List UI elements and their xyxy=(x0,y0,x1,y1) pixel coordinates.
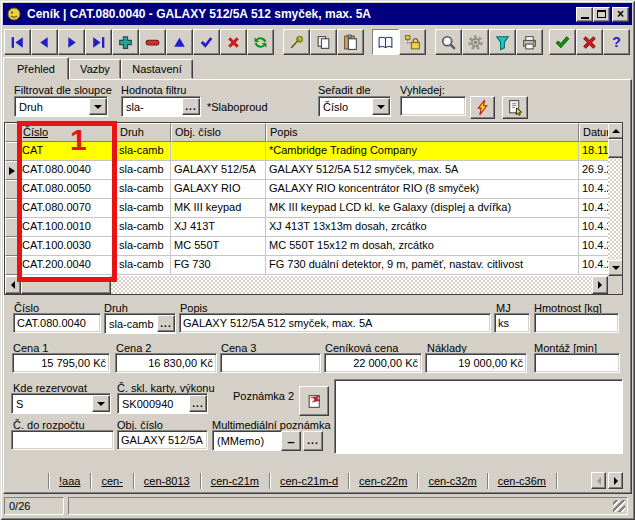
table-row[interactable]: CAT.080.0040sla-cambGALAXY 512/5AGALAXY … xyxy=(5,161,622,180)
links-scroll-left-button[interactable] xyxy=(591,472,606,489)
table-row[interactable]: CAT.080.0050sla-cambGALAXY RIOGALAXY RIO… xyxy=(5,180,622,199)
druh-ellipsis-button[interactable]: ... xyxy=(157,315,175,332)
pricelist-link[interactable]: cen-c36m xyxy=(488,473,556,489)
poznamka2-button[interactable] xyxy=(299,386,329,416)
sort-select[interactable]: Číslo xyxy=(318,96,391,117)
scroll-down-button[interactable] xyxy=(608,260,623,276)
kde-rezervovat-dropdown-button[interactable] xyxy=(92,395,110,412)
tab-prehled[interactable]: Přehled xyxy=(3,57,69,80)
row-selector[interactable] xyxy=(5,180,19,199)
last-record-button[interactable] xyxy=(85,29,112,55)
mj-field[interactable] xyxy=(494,313,530,333)
pricelist-link[interactable]: cen-8013 xyxy=(134,473,200,489)
cell-cislo[interactable]: CAT xyxy=(19,142,116,161)
vertical-scroll-thumb[interactable] xyxy=(608,139,623,158)
next-record-button[interactable] xyxy=(58,29,85,55)
naklady-field[interactable] xyxy=(425,353,527,373)
mm-poznamka-ellipsis-button[interactable]: ... xyxy=(303,431,323,451)
column-header-popis[interactable]: Popis xyxy=(266,123,579,142)
first-record-button[interactable] xyxy=(4,29,31,55)
row-selector[interactable] xyxy=(5,218,19,237)
cell-popis[interactable]: *Cambridge Trading Company xyxy=(266,142,579,161)
cell-datum[interactable]: 18.11.2 xyxy=(579,142,608,161)
rozpocet-field[interactable] xyxy=(11,430,114,450)
table-row[interactable]: CAT.100.0030sla-cambMC 550TMC 550T 15x12… xyxy=(5,237,622,256)
row-selector[interactable] xyxy=(5,256,19,275)
horizontal-scroll-thumb[interactable] xyxy=(21,276,111,294)
cell-popis[interactable]: FG 730 duální detektor, 9 m, paměť, nast… xyxy=(266,256,579,275)
cell-popis[interactable]: GALAXY RIO koncentrátor RIO (8 smyček) xyxy=(266,180,579,199)
sort-dropdown-button[interactable] xyxy=(372,98,390,115)
cancel-record-button[interactable] xyxy=(220,29,247,55)
refresh-button[interactable] xyxy=(247,29,274,55)
cell-druh[interactable]: sla-camb xyxy=(116,180,171,199)
paste-button[interactable] xyxy=(337,29,364,55)
column-header-cislo[interactable]: Číslo xyxy=(19,123,116,142)
horizontal-scrollbar[interactable] xyxy=(5,276,608,294)
pricelist-link[interactable]: cen-c22m xyxy=(349,473,417,489)
cena2-field[interactable] xyxy=(115,353,217,373)
scroll-up-button[interactable] xyxy=(608,123,623,139)
cell-datum[interactable]: 10.4.20 xyxy=(579,237,608,256)
pin-button[interactable] xyxy=(283,29,310,55)
cell-popis[interactable]: MC 550T 15x12 m dosah, zrcátko xyxy=(266,237,579,256)
cancel-button[interactable] xyxy=(576,29,603,55)
montaz-field[interactable] xyxy=(534,353,620,373)
maximize-button[interactable] xyxy=(593,7,610,22)
cell-druh[interactable]: sla-camb xyxy=(116,161,171,180)
filter-column-dropdown-button[interactable] xyxy=(89,98,107,115)
cell-popis[interactable]: GALAXY 512/5A 512 smyček, max. 5A xyxy=(266,161,579,180)
obj-cislo-field[interactable] xyxy=(117,430,208,450)
poznamka2-memo[interactable] xyxy=(334,379,623,454)
prior-record-button[interactable] xyxy=(31,29,58,55)
filter-column-select[interactable]: Druh xyxy=(14,96,108,117)
cislo-field[interactable] xyxy=(13,313,101,333)
copy-button[interactable] xyxy=(310,29,337,55)
table-row[interactable]: CATsla-camb*Cambridge Trading Company18.… xyxy=(5,142,622,161)
cena1-field[interactable] xyxy=(12,353,110,373)
filter-button[interactable] xyxy=(489,29,516,55)
price-book-button[interactable] xyxy=(372,29,399,55)
filter-value-ellipsis-button[interactable]: ... xyxy=(182,98,200,115)
resize-grip[interactable] xyxy=(613,500,625,512)
cell-obj-cislo[interactable]: MC 550T xyxy=(171,237,266,256)
kde-rezervovat-select[interactable]: S xyxy=(11,393,111,414)
column-header-obj-cislo[interactable]: Obj. číslo xyxy=(171,123,266,142)
skl-karta-field[interactable]: SK000940 ... xyxy=(117,393,208,414)
cell-druh[interactable]: sla-camb xyxy=(116,256,171,275)
cell-datum[interactable]: 10.4.20 xyxy=(579,180,608,199)
cell-datum[interactable]: 26.9.20 xyxy=(579,161,608,180)
table-row[interactable]: CAT.080.0070sla-cambMK III keypadMK III … xyxy=(5,199,622,218)
mm-poznamka-field[interactable]: (MMemo) xyxy=(212,430,281,451)
cell-cislo[interactable]: CAT.080.0050 xyxy=(19,180,116,199)
cell-cislo[interactable]: CAT.080.0040 xyxy=(19,161,116,180)
cell-obj-cislo[interactable]: FG 730 xyxy=(171,256,266,275)
post-record-button[interactable] xyxy=(193,29,220,55)
print-button[interactable] xyxy=(516,29,543,55)
close-button[interactable]: × xyxy=(612,7,629,22)
cell-druh[interactable]: sla-camb xyxy=(116,218,171,237)
delete-record-button[interactable] xyxy=(139,29,166,55)
column-header-datum[interactable]: Datum xyxy=(579,123,608,142)
confirm-button[interactable] xyxy=(549,29,576,55)
cell-popis[interactable]: MK III keypad LCD kl. ke Galaxy (displej… xyxy=(266,199,579,218)
cell-cislo[interactable]: CAT.200.0040 xyxy=(19,256,116,275)
pricelist-link[interactable]: cen- xyxy=(91,473,132,489)
column-header-druh[interactable]: Druh xyxy=(116,123,171,142)
cell-obj-cislo[interactable]: GALAXY RIO xyxy=(171,180,266,199)
cena3-field[interactable] xyxy=(220,353,321,373)
cenikova-cena-field[interactable] xyxy=(324,353,422,373)
cell-cislo[interactable]: CAT.100.0010 xyxy=(19,218,116,237)
row-selector[interactable] xyxy=(5,199,19,218)
cell-obj-cislo[interactable]: MK III keypad xyxy=(171,199,266,218)
cell-druh[interactable]: sla-camb xyxy=(116,237,171,256)
table-row[interactable]: CAT.100.0010sla-cambXJ 413TXJ 413T 13x13… xyxy=(5,218,622,237)
stock-lock-button[interactable] xyxy=(399,29,426,55)
settings-button[interactable] xyxy=(462,29,489,55)
pricelist-link[interactable]: cen-c32m xyxy=(418,473,486,489)
tab-nastaveni[interactable]: Nastavení xyxy=(121,59,193,79)
cell-datum[interactable]: 10.4.20 xyxy=(579,199,608,218)
cell-datum[interactable]: 10.4.20 xyxy=(579,256,608,275)
scroll-left-button[interactable] xyxy=(5,276,21,294)
cell-obj-cislo[interactable] xyxy=(171,142,266,161)
